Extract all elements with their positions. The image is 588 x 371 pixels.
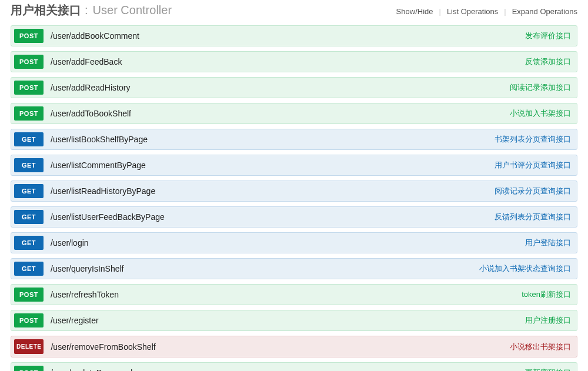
operation-row[interactable]: GET/user/listBookShelfByPage书架列表分页查询接口 [11,129,577,150]
operation-row[interactable]: POST/user/addFeedBack反馈添加接口 [11,51,577,72]
controller-title-cn[interactable]: 用户相关接口 [11,2,81,18]
endpoint-path[interactable]: /user/login [51,238,89,248]
operation-row[interactable]: DELETE/user/removeFromBookShelf小说移出书架接口 [11,336,577,357]
header-links: Show/Hide | List Operations | Expand Ope… [396,7,577,16]
operation-row[interactable]: GET/user/listCommentByPage用户书评分页查询接口 [11,155,577,176]
http-method-badge: GET [14,132,44,146]
expand-operations-link[interactable]: Expand Operations [512,7,577,16]
http-method-badge: POST [14,106,44,121]
endpoint-path[interactable]: /user/queryIsInShelf [51,264,124,273]
endpoint-description: 书架列表分页查询接口 [495,134,571,145]
endpoint-path[interactable]: /user/refreshToken [51,290,119,299]
link-separator: | [504,7,506,16]
operation-row[interactable]: GET/user/listUserFeedBackByPage反馈列表分页查询接… [11,206,577,228]
link-separator: | [439,7,440,16]
http-method-badge: POST [14,288,44,302]
operation-row[interactable]: POST/user/updatePassword更新密码接口 [11,362,577,371]
endpoint-path[interactable]: /user/addReadHistory [51,83,130,92]
http-method-badge: POST [14,366,44,371]
endpoint-description: 发布评价接口 [525,31,571,41]
operation-row[interactable]: POST/user/addToBookShelf小说加入书架接口 [11,103,577,124]
show-hide-link[interactable]: Show/Hide [396,7,433,16]
endpoint-description: 阅读记录分页查询接口 [495,186,571,196]
endpoint-description: 小说加入书架状态查询接口 [479,263,571,274]
endpoint-description: 反馈添加接口 [525,56,571,67]
http-method-badge: GET [14,210,44,224]
endpoint-description: 用户书评分页查询接口 [495,160,571,171]
endpoint-path[interactable]: /user/addFeedBack [51,57,122,66]
http-method-badge: GET [14,184,44,198]
operations-list: POST/user/addBookComment发布评价接口POST/user/… [11,25,577,371]
http-method-badge: DELETE [14,339,44,354]
http-method-badge: GET [14,262,44,276]
http-method-badge: POST [14,29,44,43]
endpoint-description: 用户注册接口 [525,315,571,326]
http-method-badge: GET [14,158,44,172]
endpoint-path[interactable]: /user/listBookShelfByPage [51,135,148,144]
title-separator: : [85,4,88,17]
http-method-badge: POST [14,81,44,95]
endpoint-path[interactable]: /user/register [51,316,99,325]
operation-row[interactable]: POST/user/refreshTokentoken刷新接口 [11,284,577,305]
http-method-badge: GET [14,236,44,250]
controller-title-en: User Controller [93,4,172,17]
endpoint-description: 小说加入书架接口 [510,108,571,119]
list-operations-link[interactable]: List Operations [447,7,498,16]
endpoint-path[interactable]: /user/listReadHistoryByPage [51,186,155,196]
endpoint-path[interactable]: /user/listCommentByPage [51,161,146,170]
operation-row[interactable]: GET/user/listReadHistoryByPage阅读记录分页查询接口 [11,181,577,202]
endpoint-path[interactable]: /user/removeFromBookShelf [51,342,155,352]
endpoint-path[interactable]: /user/addBookComment [51,31,139,41]
endpoint-path[interactable]: /user/listUserFeedBackByPage [51,212,165,222]
operation-row[interactable]: GET/user/login用户登陆接口 [11,232,577,253]
endpoint-description: 小说移出书架接口 [510,342,571,352]
http-method-badge: POST [14,313,44,327]
endpoint-description: 阅读记录添加接口 [510,82,571,93]
operation-row[interactable]: POST/user/register用户注册接口 [11,310,577,331]
endpoint-path[interactable]: /user/updatePassword [51,368,132,371]
http-method-badge: POST [14,55,44,69]
endpoint-description: 反馈列表分页查询接口 [495,212,571,222]
endpoint-description: token刷新接口 [522,289,571,300]
endpoint-description: 用户登陆接口 [525,238,571,248]
endpoint-path[interactable]: /user/addToBookShelf [51,109,131,118]
operation-row[interactable]: GET/user/queryIsInShelf小说加入书架状态查询接口 [11,258,577,279]
controller-header: 用户相关接口 : User Controller Show/Hide | Lis… [11,0,577,25]
operation-row[interactable]: POST/user/addBookComment发布评价接口 [11,25,577,46]
operation-row[interactable]: POST/user/addReadHistory阅读记录添加接口 [11,77,577,98]
endpoint-description: 更新密码接口 [525,367,571,371]
